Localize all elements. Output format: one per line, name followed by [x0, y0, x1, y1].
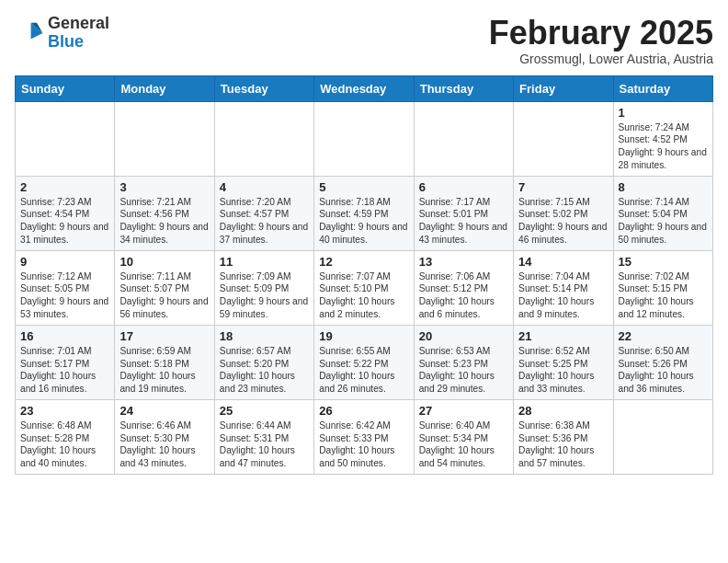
- day-header-wednesday: Wednesday: [314, 75, 414, 101]
- day-number: 24: [119, 404, 209, 418]
- calendar-cell: [115, 101, 214, 176]
- day-header-sunday: Sunday: [16, 75, 115, 101]
- day-number: 18: [220, 329, 309, 343]
- calendar-cell: 19Sunrise: 6:55 AM Sunset: 5:22 PM Dayli…: [314, 325, 414, 399]
- calendar-cell: 26Sunrise: 6:42 AM Sunset: 5:33 PM Dayli…: [314, 399, 414, 474]
- calendar-cell: 16Sunrise: 7:01 AM Sunset: 5:17 PM Dayli…: [16, 325, 115, 399]
- day-info: Sunrise: 6:48 AM Sunset: 5:28 PM Dayligh…: [20, 419, 109, 470]
- title-block: February 2025 Grossmugl, Lower Austria, …: [489, 15, 713, 66]
- day-number: 26: [319, 404, 408, 418]
- calendar-cell: 12Sunrise: 7:07 AM Sunset: 5:10 PM Dayli…: [314, 250, 414, 325]
- logo-icon: [15, 18, 44, 48]
- calendar-cell: 24Sunrise: 6:46 AM Sunset: 5:30 PM Dayli…: [115, 399, 214, 474]
- logo-blue-text: Blue: [48, 32, 84, 51]
- day-info: Sunrise: 7:12 AM Sunset: 5:05 PM Dayligh…: [20, 270, 109, 321]
- day-info: Sunrise: 7:01 AM Sunset: 5:17 PM Dayligh…: [20, 345, 109, 396]
- calendar-cell: 20Sunrise: 6:53 AM Sunset: 5:23 PM Dayli…: [414, 325, 513, 399]
- calendar-week-1: 1Sunrise: 7:24 AM Sunset: 4:52 PM Daylig…: [16, 101, 713, 176]
- logo-general-text: General: [48, 14, 109, 32]
- day-info: Sunrise: 6:55 AM Sunset: 5:22 PM Dayligh…: [319, 345, 408, 396]
- calendar-cell: 25Sunrise: 6:44 AM Sunset: 5:31 PM Dayli…: [214, 399, 313, 474]
- calendar-cell: 15Sunrise: 7:02 AM Sunset: 5:15 PM Dayli…: [613, 250, 712, 325]
- day-header-friday: Friday: [514, 75, 613, 101]
- day-number: 16: [20, 329, 109, 343]
- day-number: 2: [20, 180, 109, 194]
- day-info: Sunrise: 6:46 AM Sunset: 5:30 PM Dayligh…: [119, 419, 209, 470]
- calendar-cell: 17Sunrise: 6:59 AM Sunset: 5:18 PM Dayli…: [115, 325, 214, 399]
- calendar-cell: 8Sunrise: 7:14 AM Sunset: 5:04 PM Daylig…: [613, 176, 712, 250]
- day-info: Sunrise: 6:38 AM Sunset: 5:36 PM Dayligh…: [518, 419, 608, 470]
- day-header-saturday: Saturday: [613, 75, 712, 101]
- day-info: Sunrise: 6:50 AM Sunset: 5:26 PM Dayligh…: [619, 345, 708, 396]
- day-number: 1: [619, 106, 708, 120]
- day-number: 11: [220, 255, 309, 269]
- calendar-week-3: 9Sunrise: 7:12 AM Sunset: 5:05 PM Daylig…: [16, 250, 713, 325]
- day-info: Sunrise: 6:40 AM Sunset: 5:34 PM Dayligh…: [419, 419, 508, 470]
- day-header-monday: Monday: [115, 75, 214, 101]
- calendar-cell: 2Sunrise: 7:23 AM Sunset: 4:54 PM Daylig…: [16, 176, 115, 250]
- day-number: 14: [518, 255, 608, 269]
- location-subtitle: Grossmugl, Lower Austria, Austria: [489, 52, 713, 66]
- calendar-cell: 21Sunrise: 6:52 AM Sunset: 5:25 PM Dayli…: [514, 325, 613, 399]
- page-header: General Blue February 2025 Grossmugl, Lo…: [15, 15, 713, 66]
- calendar-cell: [214, 101, 313, 176]
- calendar-cell: [16, 101, 115, 176]
- calendar-table: SundayMondayTuesdayWednesdayThursdayFrid…: [15, 75, 713, 475]
- calendar-cell: [314, 101, 414, 176]
- calendar-cell: 6Sunrise: 7:17 AM Sunset: 5:01 PM Daylig…: [414, 176, 513, 250]
- day-info: Sunrise: 6:59 AM Sunset: 5:18 PM Dayligh…: [119, 345, 209, 396]
- month-title: February 2025: [489, 15, 713, 52]
- day-info: Sunrise: 7:20 AM Sunset: 4:57 PM Dayligh…: [220, 196, 309, 247]
- day-number: 3: [119, 180, 209, 194]
- calendar-cell: 27Sunrise: 6:40 AM Sunset: 5:34 PM Dayli…: [414, 399, 513, 474]
- day-number: 19: [319, 329, 408, 343]
- day-info: Sunrise: 7:06 AM Sunset: 5:12 PM Dayligh…: [419, 270, 508, 321]
- day-number: 9: [20, 255, 109, 269]
- calendar-header-row: SundayMondayTuesdayWednesdayThursdayFrid…: [16, 75, 713, 101]
- calendar-cell: 18Sunrise: 6:57 AM Sunset: 5:20 PM Dayli…: [214, 325, 313, 399]
- calendar-cell: 10Sunrise: 7:11 AM Sunset: 5:07 PM Dayli…: [115, 250, 214, 325]
- calendar-week-2: 2Sunrise: 7:23 AM Sunset: 4:54 PM Daylig…: [16, 176, 713, 250]
- day-info: Sunrise: 7:24 AM Sunset: 4:52 PM Dayligh…: [619, 121, 708, 172]
- day-info: Sunrise: 7:11 AM Sunset: 5:07 PM Dayligh…: [119, 270, 209, 321]
- day-number: 6: [419, 180, 508, 194]
- day-number: 20: [419, 329, 508, 343]
- calendar-cell: 13Sunrise: 7:06 AM Sunset: 5:12 PM Dayli…: [414, 250, 513, 325]
- day-info: Sunrise: 6:44 AM Sunset: 5:31 PM Dayligh…: [220, 419, 309, 470]
- calendar-cell: 4Sunrise: 7:20 AM Sunset: 4:57 PM Daylig…: [214, 176, 313, 250]
- calendar-cell: 22Sunrise: 6:50 AM Sunset: 5:26 PM Dayli…: [613, 325, 712, 399]
- day-info: Sunrise: 7:15 AM Sunset: 5:02 PM Dayligh…: [518, 196, 608, 247]
- day-number: 23: [20, 404, 109, 418]
- logo: General Blue: [15, 15, 109, 52]
- day-info: Sunrise: 7:17 AM Sunset: 5:01 PM Dayligh…: [419, 196, 508, 247]
- calendar-cell: 23Sunrise: 6:48 AM Sunset: 5:28 PM Dayli…: [16, 399, 115, 474]
- day-info: Sunrise: 7:04 AM Sunset: 5:14 PM Dayligh…: [518, 270, 608, 321]
- day-number: 25: [220, 404, 309, 418]
- day-number: 10: [119, 255, 209, 269]
- calendar-cell: 9Sunrise: 7:12 AM Sunset: 5:05 PM Daylig…: [16, 250, 115, 325]
- day-info: Sunrise: 6:52 AM Sunset: 5:25 PM Dayligh…: [518, 345, 608, 396]
- calendar-cell: 28Sunrise: 6:38 AM Sunset: 5:36 PM Dayli…: [514, 399, 613, 474]
- day-info: Sunrise: 7:21 AM Sunset: 4:56 PM Dayligh…: [119, 196, 209, 247]
- day-info: Sunrise: 7:23 AM Sunset: 4:54 PM Dayligh…: [20, 196, 109, 247]
- calendar-cell: 14Sunrise: 7:04 AM Sunset: 5:14 PM Dayli…: [514, 250, 613, 325]
- day-info: Sunrise: 7:02 AM Sunset: 5:15 PM Dayligh…: [619, 270, 708, 321]
- calendar-week-4: 16Sunrise: 7:01 AM Sunset: 5:17 PM Dayli…: [16, 325, 713, 399]
- day-header-thursday: Thursday: [414, 75, 513, 101]
- day-number: 13: [419, 255, 508, 269]
- calendar-cell: 11Sunrise: 7:09 AM Sunset: 5:09 PM Dayli…: [214, 250, 313, 325]
- day-number: 4: [220, 180, 309, 194]
- day-number: 12: [319, 255, 408, 269]
- calendar-cell: 7Sunrise: 7:15 AM Sunset: 5:02 PM Daylig…: [514, 176, 613, 250]
- logo-text: General Blue: [48, 15, 109, 52]
- day-number: 28: [518, 404, 608, 418]
- day-info: Sunrise: 6:53 AM Sunset: 5:23 PM Dayligh…: [419, 345, 508, 396]
- day-number: 27: [419, 404, 508, 418]
- day-number: 22: [619, 329, 708, 343]
- day-info: Sunrise: 7:09 AM Sunset: 5:09 PM Dayligh…: [220, 270, 309, 321]
- calendar-cell: [514, 101, 613, 176]
- day-number: 15: [619, 255, 708, 269]
- day-info: Sunrise: 6:42 AM Sunset: 5:33 PM Dayligh…: [319, 419, 408, 470]
- day-number: 17: [119, 329, 209, 343]
- day-info: Sunrise: 7:18 AM Sunset: 4:59 PM Dayligh…: [319, 196, 408, 247]
